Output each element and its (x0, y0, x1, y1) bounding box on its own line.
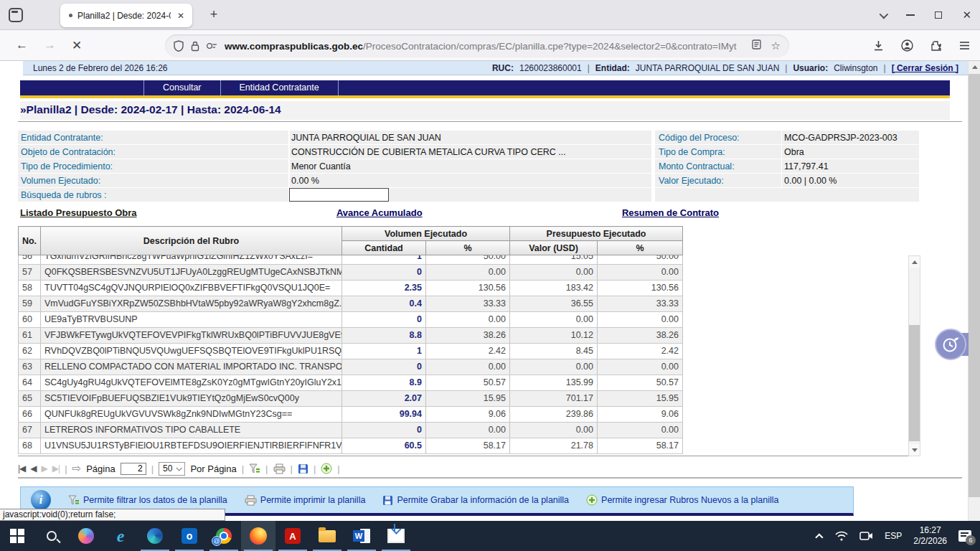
row-description[interactable]: TGxhdmVzIGRlIHBhc28gTWFuaWphIG1lZGlhIHZ1… (41, 255, 342, 264)
tab-close-icon[interactable]: ✕ (175, 10, 187, 22)
taskbar-word-button[interactable]: W (344, 521, 379, 551)
row-description[interactable]: RVhDQVZBQ0lPTiBNQU5VQUwgUEFSQSBQTElOVE9T… (41, 343, 342, 359)
taskbar-outlook-button[interactable]: o (172, 521, 207, 551)
table-row[interactable]: 63 RELLENO COMPACTADO CON MATERIAL IMPOR… (19, 359, 683, 375)
row-description[interactable]: VmVudGFuYSBiYXRpZW50ZSBhbHVtaW5pby92aWRy… (41, 296, 342, 311)
row-description[interactable]: TUVTT04gSC4gQVJNQURPIElOQ0xZIFBBVEFTIFkg… (41, 280, 342, 296)
menu-hamburger-icon[interactable] (959, 41, 970, 50)
print-button[interactable] (273, 463, 286, 474)
new-tab-button[interactable]: + (205, 7, 222, 22)
wifi-icon[interactable] (835, 531, 848, 541)
clock-datetime[interactable]: 16:272/2/2026 (913, 525, 947, 547)
detail-label: Valor Ejecutado: (655, 174, 781, 187)
table-scrollbar[interactable] (908, 255, 920, 456)
extensions-puzzle-icon[interactable] (930, 40, 942, 52)
search-rubros-input[interactable] (289, 188, 389, 202)
row-description[interactable]: U1VNSU5JU1RSTyBFIElOU1RBTEFDSU9OIERFIENJ… (41, 438, 342, 453)
table-row[interactable]: 62 RVhDQVZBQ0lPTiBNQU5VQUwgUEFSQSBQTElOV… (19, 343, 683, 359)
reader-mode-icon[interactable] (752, 39, 761, 50)
add-rubro-button[interactable] (321, 463, 332, 474)
scrollbar-thumb[interactable] (969, 74, 980, 497)
table-row[interactable]: 66 QUNFUk8gREUgUkVGVUVSWk8gZnk9NDIwMGtnY… (19, 406, 683, 422)
table-row[interactable]: 65 SC5TIEVOIFpBUEFUQSBZIE1VUk9TIEYtQz0gM… (19, 390, 683, 406)
taskbar-acrobat-button[interactable]: A (275, 521, 310, 551)
go-to-page-arrow-icon[interactable]: ⇨ (72, 462, 82, 475)
table-row[interactable]: 57 Q0FKQSBERSBESVNZVU5UT1JFUyA0LzggREUgM… (19, 264, 683, 280)
window-close-button[interactable]: ✕ (962, 9, 971, 22)
taskbar-internet-explorer-button[interactable]: e (103, 521, 138, 551)
taskbar-edge-button[interactable] (138, 521, 172, 551)
taskbar-chrome-button[interactable]: @ (207, 521, 241, 551)
filter-button[interactable] (249, 463, 260, 474)
url-text[interactable]: www.compraspublicas.gob.ec/ProcesoContra… (225, 41, 746, 52)
window-minimize-button[interactable] (906, 14, 915, 16)
downloads-icon[interactable] (873, 40, 884, 52)
shield-icon[interactable] (174, 40, 184, 52)
scrollbar-thumb[interactable] (909, 325, 920, 441)
link-avance-acumulado[interactable]: Avance Acumulado (336, 207, 423, 218)
meet-now-camera-icon[interactable] (859, 531, 873, 541)
tray-expand-chevron-icon[interactable] (815, 533, 823, 541)
permissions-icon[interactable] (206, 42, 217, 50)
row-number: 68 (19, 438, 41, 453)
scroll-up-arrow-icon[interactable] (969, 61, 980, 72)
url-bar[interactable]: www.compraspublicas.gob.ec/ProcesoContra… (165, 34, 789, 57)
per-page-select[interactable]: 50 (159, 462, 185, 476)
row-description[interactable]: Q0FKQSBERSBESVNZVU5UT1JFUyA0LzggREUgMTUg… (41, 264, 342, 280)
notification-center-icon[interactable]: 6 (958, 530, 971, 542)
row-valor-usd: 36.55 (510, 296, 598, 311)
menu-item-consultar[interactable]: Consultar (143, 80, 220, 95)
scroll-down-arrow-icon[interactable] (909, 444, 920, 456)
back-button-icon[interactable]: ← (16, 38, 28, 52)
taskbar-file-explorer-button[interactable] (310, 521, 344, 551)
prev-page-icon[interactable]: ◀ (30, 463, 36, 474)
first-page-icon[interactable]: |◀ (18, 463, 25, 474)
taskbar-mail-download-button[interactable] (379, 521, 413, 551)
save-button[interactable] (298, 463, 308, 474)
table-row[interactable]: 67 LETREROS INFORMATIVOS TIPO CABALLETE … (19, 422, 683, 438)
row-description[interactable]: VFJBWkFETywgUkVQTEFOVEVPIFkgTklWRUxBQ0lP… (41, 327, 342, 343)
ruc-label: RUC: (492, 63, 514, 73)
row-description[interactable]: RELLENO COMPACTADO CON MATERIAL IMPORTAD… (41, 359, 342, 375)
table-row[interactable]: 60 UE9aTyBTRVBUSUNP 0 0.00 0.00 0.00 (19, 311, 683, 327)
table-row[interactable]: 56 TGxhdmVzIGRlIHBhc28gTWFuaWphIG1lZGlhI… (19, 255, 683, 264)
table-row[interactable]: 64 SC4gUy4gRU4gUkVQTEFOVElMTE8gZsK0Yz0gM… (19, 375, 683, 390)
bookmark-star-icon[interactable]: ☆ (771, 39, 781, 52)
row-presupuesto-pct: 0.00 (598, 264, 683, 280)
row-description[interactable]: LETREROS INFORMATIVOS TIPO CABALLETE (41, 422, 342, 438)
logout-link[interactable]: [ Cerrar Sesión ] (892, 63, 958, 73)
taskbar-copilot-button[interactable] (69, 521, 103, 551)
tab-list-chevron-icon[interactable] (880, 9, 889, 19)
row-description[interactable]: UE9aTyBTRVBUSUNP (41, 311, 342, 327)
stop-loading-icon[interactable]: ✕ (72, 38, 82, 53)
row-description[interactable]: SC5TIEVOIFpBUEFUQSBZIE1VUk9TIEYtQz0gMjEw… (41, 390, 342, 406)
window-restore-button[interactable] (935, 11, 942, 19)
link-resumen-de-contrato[interactable]: Resumen de Contrato (622, 207, 719, 218)
table-row[interactable]: 68 U1VNSU5JU1RSTyBFIElOU1RBTEFDSU9OIERFI… (19, 438, 683, 453)
forward-button-icon: → (44, 38, 56, 52)
clock-icon (941, 335, 960, 354)
menu-item-entidad-contratante[interactable]: Entidad Contratante (220, 80, 338, 95)
table-row[interactable]: 61 VFJBWkFETywgUkVQTEFOVEVPIFkgTklWRUxBQ… (19, 327, 683, 343)
row-description[interactable]: QUNFUk8gREUgUkVGVUVSWk8gZnk9NDIwMGtnY23C… (41, 406, 342, 422)
account-icon[interactable] (901, 39, 913, 52)
table-row[interactable]: 59 VmVudGFuYSBiYXRpZW50ZSBhbHVtaW5pby92a… (19, 296, 683, 311)
scroll-up-arrow-icon[interactable] (909, 256, 920, 268)
row-cantidad: 0 (342, 311, 426, 327)
keyboard-language-indicator[interactable]: ESP (885, 531, 902, 541)
lock-icon[interactable] (191, 41, 199, 52)
taskbar-firefox-button[interactable] (241, 521, 275, 551)
page-number-input[interactable] (121, 463, 146, 475)
row-description[interactable]: SC4gUy4gRU4gUkVQTEFOVElMTE8gZsK0Yz0gMTgw… (41, 375, 342, 390)
link-listado-presupuesto-obra[interactable]: Listado Presupuesto Obra (20, 207, 137, 218)
row-cantidad: 1 (342, 343, 426, 359)
table-row[interactable]: 58 TUVTT04gSC4gQVJNQURPIElOQ0xZIFBBVEFTI… (19, 280, 683, 296)
floating-clock-widget[interactable] (935, 329, 966, 360)
start-button[interactable] (0, 521, 34, 551)
firefox-view-icon[interactable] (9, 8, 23, 22)
rubros-table-body[interactable]: 56 TGxhdmVzIGRlIHBhc28gTWFuaWphIG1lZGlhI… (18, 255, 920, 456)
taskbar-search-button[interactable] (34, 521, 69, 551)
usuario-label: Usuario: (793, 63, 828, 73)
page-scrollbar[interactable] (968, 61, 980, 521)
browser-tab[interactable]: Planilla2 | Desde: 2024-02-17 | Hasta: 2… (60, 4, 192, 27)
